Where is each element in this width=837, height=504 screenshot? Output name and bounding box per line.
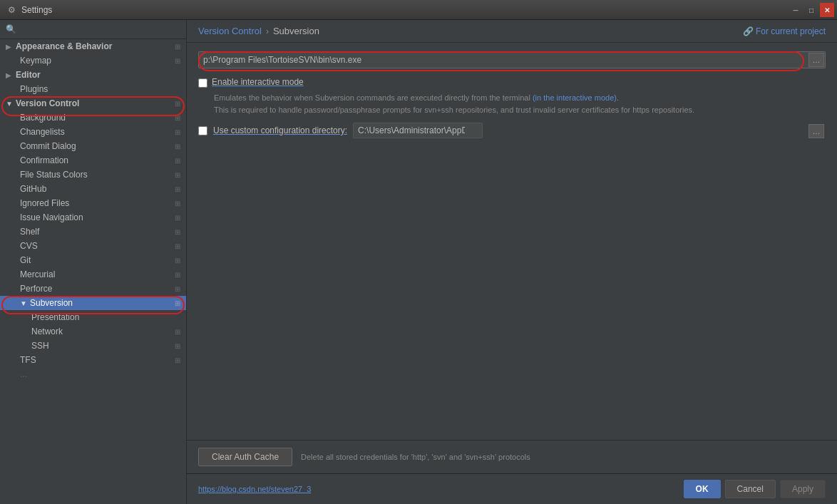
page-icon: ⊞ [175,114,180,122]
sidebar-label: Network [31,326,63,336]
dialog-footer: https://blog.csdn.net/steven27_3 OK Canc… [187,473,837,504]
breadcrumb: Version Control › Subversion 🔗 For curre… [187,20,837,43]
sidebar-item-confirmation[interactable]: Confirmation ⊞ [0,153,186,168]
subversion-container: ▼ Subversion ⊞ [0,296,186,310]
sidebar-item-plugins[interactable]: Plugins [0,82,186,96]
main-container: 🔍 ▶ Appearance & Behavior ⊞ Keymap ⊞ ▶ E… [0,20,837,504]
ok-button[interactable]: OK [684,480,721,498]
close-button[interactable]: ✕ [820,3,834,17]
sidebar-item-cvs[interactable]: CVS ⊞ [0,239,186,253]
search-input[interactable] [19,24,180,34]
sidebar-label: Perforce [20,284,52,294]
page-icon: ⊞ [175,185,180,193]
sidebar-item-editor[interactable]: ▶ Editor [0,68,186,82]
config-dir-input[interactable] [353,123,483,138]
sidebar-label: Changelists [20,127,65,137]
desc-line1: Emulates the behavior when Subversion co… [214,93,619,102]
clear-auth-cache-button[interactable]: Clear Auth Cache [198,448,292,466]
sidebar-item-appearance[interactable]: ▶ Appearance & Behavior ⊞ [0,39,186,53]
page-icon: ⊞ [175,228,180,236]
bottom-bar: Clear Auth Cache Delete all stored crede… [187,440,837,473]
page-icon: ⊞ [175,128,180,136]
sidebar-item-perforce[interactable]: Perforce ⊞ [0,282,186,296]
breadcrumb-parent[interactable]: Version Control [198,26,262,36]
page-icon: ⊞ [175,171,180,179]
sidebar-label: Shelf [20,227,39,237]
clear-desc-text: Delete all stored credentials for 'http'… [301,453,530,461]
title-text: Settings [21,5,52,15]
sidebar-item-ignored-files[interactable]: Ignored Files ⊞ [0,196,186,210]
sidebar-item-background[interactable]: Background ⊞ [0,110,186,125]
sidebar-label: TFS [20,355,36,365]
sidebar-item-network[interactable]: Network ⊞ [0,324,186,339]
page-icon: ⊞ [175,299,180,307]
sidebar-item-issue-navigation[interactable]: Issue Navigation ⊞ [0,210,186,225]
sidebar-label: Issue Navigation [20,212,83,222]
sidebar-label: Git [20,255,31,265]
sidebar-label: Subversion [30,298,73,308]
apply-button[interactable]: Apply [780,480,826,498]
arrow-icon: ▼ [6,100,13,108]
svn-path-wrap: … [198,51,826,68]
page-icon: ⊞ [175,271,180,279]
sidebar-item-git[interactable]: Git ⊞ [0,253,186,267]
app-icon: ⚙ [6,4,17,16]
version-control-container: ▼ Version Control ⊞ [0,96,186,110]
sidebar: 🔍 ▶ Appearance & Behavior ⊞ Keymap ⊞ ▶ E… [0,20,187,504]
sidebar-item-shelf[interactable]: Shelf ⊞ [0,225,186,239]
enable-interactive-row: Enable interactive mode [198,77,826,88]
sidebar-item-tfs[interactable]: TFS ⊞ [0,353,186,367]
sidebar-label: Confirmation [20,155,68,165]
page-icon: ⊞ [175,143,180,150]
page-icon: ⊞ [175,356,180,364]
use-custom-config-label[interactable]: Use custom configuration directory: [213,125,347,135]
sidebar-label: Mercurial [20,269,55,279]
search-bar: 🔍 [0,20,186,39]
arrow-icon: ▼ [20,299,27,307]
sidebar-item-file-status-colors[interactable]: File Status Colors ⊞ [0,168,186,182]
sidebar-label: Appearance & Behavior [16,41,112,51]
config-dir-browse-button[interactable]: … [808,124,824,138]
config-dir-row: Use custom configuration directory: … [198,123,826,138]
svn-browse-button[interactable]: … [808,53,824,67]
content-panel: Version Control › Subversion 🔗 For curre… [187,20,837,504]
page-icon: ⊞ [175,100,180,108]
breadcrumb-link[interactable]: 🔗 For current project [743,26,826,36]
search-icon: 🔍 [6,24,16,34]
sidebar-item-mercurial[interactable]: Mercurial ⊞ [0,267,186,282]
page-icon: ⊞ [175,57,180,65]
page-icon: ⊞ [175,214,180,222]
sidebar-item-keymap[interactable]: Keymap ⊞ [0,53,186,68]
sidebar-item-presentation[interactable]: Presentation [0,310,186,324]
sidebar-label: File Status Colors [20,170,88,180]
title-bar: ⚙ Settings ─ □ ✕ [0,0,837,20]
sidebar-item-ssh[interactable]: SSH ⊞ [0,339,186,353]
svn-path-row: … [198,51,826,68]
sidebar-label: SSH [31,341,49,351]
sidebar-label: Keymap [20,56,51,66]
sidebar-item-subversion[interactable]: ▼ Subversion ⊞ [0,296,186,310]
sidebar-label: GitHub [20,184,46,194]
use-custom-config-checkbox[interactable] [198,126,207,135]
minimize-button[interactable]: ─ [789,3,803,17]
breadcrumb-current: Subversion [273,26,319,36]
sidebar-item-more[interactable]: ... [0,367,186,381]
footer-link[interactable]: https://blog.csdn.net/steven27_3 [198,485,311,493]
window-controls: ─ □ ✕ [789,3,834,17]
sidebar-label: Ignored Files [20,198,69,208]
enable-interactive-label[interactable]: Enable interactive mode [212,77,304,87]
cancel-button[interactable]: Cancel [725,480,776,498]
maximize-button[interactable]: □ [804,3,818,17]
sidebar-item-commit-dialog[interactable]: Commit Dialog ⊞ [0,139,186,153]
desc-line2: This is required to handle password/pass… [214,106,694,114]
svn-path-input[interactable] [198,51,826,68]
enable-interactive-checkbox[interactable] [198,78,207,88]
sidebar-label: Editor [16,70,41,80]
link-text: For current project [756,26,826,36]
sidebar-item-github[interactable]: GitHub ⊞ [0,182,186,196]
arrow-icon: ▶ [6,43,13,51]
sidebar-item-changelists[interactable]: Changelists ⊞ [0,125,186,139]
description-text: Emulates the behavior when Subversion co… [214,92,826,115]
arrow-icon: ▶ [6,71,13,79]
sidebar-item-version-control[interactable]: ▼ Version Control ⊞ [0,96,186,110]
